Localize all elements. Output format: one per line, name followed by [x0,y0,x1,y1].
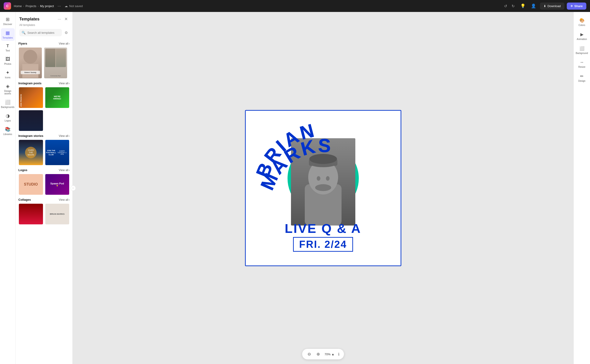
canvas-area: BRIAN MARKS LIVE Q & A FRI. 2/24 [73,12,573,364]
share-button[interactable]: ✈ Share [567,2,586,10]
insta-post-template-3[interactable] [18,110,43,131]
collages-grid: BRIAN MARKS [18,203,70,225]
undo-button[interactable]: ↺ [503,3,508,9]
redo-button[interactable]: ↻ [510,3,516,9]
panel-collapse-button[interactable]: › [70,185,76,191]
download-button[interactable]: ⬇ Download [540,2,564,10]
logo-template-2[interactable]: Spawn Pod 💡 [45,174,70,195]
sidebar-item-icons[interactable]: ✦ Icons [1,68,15,81]
insta-post-template-2[interactable]: WE'REHIRING! [45,87,70,108]
insta-posts-section-header: Instagram posts View all › [18,82,70,85]
zoom-in-button[interactable]: ⊕ [316,351,321,358]
flyers-view-all[interactable]: View all › [59,42,70,45]
resize-icon: ↔ [580,60,584,65]
download-icon: ⬇ [544,4,546,8]
templates-panel-container: Templates ··· ✕ All templates 🔍 ⚙ Flyers [16,12,73,364]
bottom-text: LIVE Q & A FRI. 2/24 [246,221,401,252]
templates-panel: Templates ··· ✕ All templates 🔍 ⚙ Flyers [16,12,73,364]
templates-icon: ▦ [6,30,10,36]
sidebar-item-design-assets[interactable]: ◈ Design assets [1,82,15,97]
collages-section-header: Collages View all › [18,198,70,202]
logos-view-all[interactable]: View all › [59,169,70,172]
sidebar-item-backgrounds[interactable]: ⬜ Backgrounds [1,98,15,110]
insta-stories-view-all[interactable]: View all › [59,134,70,137]
templates-scroll: Flyers View all › Sisters' Society [16,39,73,364]
topbar: C Home › Projects › My project ··· ☁ Not… [0,0,590,12]
insta-post-template-1[interactable]: ZOE FRANCIS [18,87,43,108]
sidebar-item-logos[interactable]: ◑ Logos [1,111,15,124]
save-status: ☁ Not saved [65,4,83,8]
right-sidebar-item-background[interactable]: ⬜ Background [575,44,589,57]
user-icon-button[interactable]: 👤 [529,2,537,10]
search-icon: 🔍 [22,31,26,34]
event-type-text: LIVE Q & A [246,221,401,236]
background-icon: ⬜ [579,46,584,51]
text-icon: T [7,44,9,48]
nav-home[interactable]: Home [14,4,22,8]
design-icon: ✏ [580,74,583,79]
icons-icon: ✦ [6,70,10,75]
svg-text:MARKS: MARKS [256,135,333,193]
logos-icon: ◑ [6,113,10,118]
panel-subtitle: All templates [16,23,73,29]
colors-notification-dot [580,18,582,20]
sidebar-item-discover[interactable]: ⊞ Discover [1,15,15,27]
event-date-text: FRI. 2/24 [293,237,353,252]
info-button[interactable]: ℹ [338,352,339,357]
collage-template-2[interactable]: BRIAN MARKS [45,203,70,225]
flyers-section-header: Flyers View all › [18,42,70,45]
panel-more-button[interactable]: ··· [57,16,62,22]
insta-posts-title: Instagram posts [18,82,41,85]
zoom-out-button[interactable]: ⊖ [307,351,312,358]
right-sidebar-item-design[interactable]: ✏ Design [575,72,589,84]
flyer-template-2[interactable]: Community Flyer [44,47,67,79]
undo-redo-group: ↺ ↻ [503,3,516,9]
logos-grid: STUDIO Spawn Pod 💡 [18,174,70,195]
flyer-template-1[interactable]: Sisters' Society [18,47,42,79]
sidebar-item-photos[interactable]: 🖼 Photos [1,55,15,67]
collage-template-1[interactable] [18,203,43,225]
sidebar-item-libraries[interactable]: 📚 Libraries [1,125,15,137]
logo-template-1[interactable]: STUDIO [18,174,43,195]
panel-title: Templates [19,17,40,22]
discover-icon: ⊞ [6,17,10,22]
filter-button[interactable]: ⚙ [64,30,69,36]
insta-story-template-2[interactable]: JOIN THEFOOTBALLCLUBEVERY TUESDAY 2-4PM [45,139,70,166]
flyers-container: Sisters' Society Community Flyer [18,47,70,79]
libraries-icon: 📚 [5,127,11,132]
panel-close-button[interactable]: ✕ [63,16,69,22]
topbar-right: 💡 👤 ⬇ Download ✈ Share [519,2,586,10]
sidebar-icons: ⊞ Discover ▦ Templates T Text 🖼 Photos ✦… [0,12,16,364]
nav-projects[interactable]: Projects [26,4,36,8]
search-input[interactable] [27,31,60,34]
zoom-level[interactable]: 70% ▲ [325,352,334,356]
sidebar-item-templates[interactable]: ▦ Templates [1,28,15,41]
logos-section-header: Logos View all › [18,168,70,172]
canvas-wrapper[interactable]: BRIAN MARKS LIVE Q & A FRI. 2/24 [245,110,401,266]
panel-header: Templates ··· ✕ [16,12,73,23]
insta-posts-view-all[interactable]: View all › [59,82,70,85]
more-options-button[interactable]: ··· [57,3,62,9]
right-sidebar-item-resize[interactable]: ↔ Resize [575,58,589,71]
logos-title: Logos [18,168,27,172]
search-box: 🔍 [19,29,62,36]
right-sidebar-item-animation[interactable]: ▶ Animation [575,30,589,43]
zoom-chevron-icon: ▲ [331,352,334,356]
collages-view-all[interactable]: View all › [59,198,70,202]
right-sidebar-item-colors[interactable]: 🎨 Colors [575,16,589,29]
insta-stories-grid: OVERTHEMOON JOIN THEFOOTBALLCLUBEVERY TU… [18,139,70,166]
nav-current-project[interactable]: My project [40,4,54,8]
curved-name-svg: BRIAN MARKS [252,120,395,216]
design-assets-icon: ◈ [6,83,9,89]
flyers-title: Flyers [18,42,27,45]
bulb-icon-button[interactable]: 💡 [519,2,527,10]
insta-story-template-1[interactable]: OVERTHEMOON [18,139,43,166]
collages-title: Collages [18,198,31,202]
insta-stories-title: Instagram stories [18,134,43,137]
sidebar-item-text[interactable]: T Text [1,42,15,54]
app-logo[interactable]: C [4,2,11,10]
breadcrumb: Home › Projects › My project [14,4,54,8]
canvas-design[interactable]: BRIAN MARKS LIVE Q & A FRI. 2/24 [245,110,401,266]
photos-icon: 🖼 [6,57,10,62]
search-row: 🔍 ⚙ [16,29,73,39]
